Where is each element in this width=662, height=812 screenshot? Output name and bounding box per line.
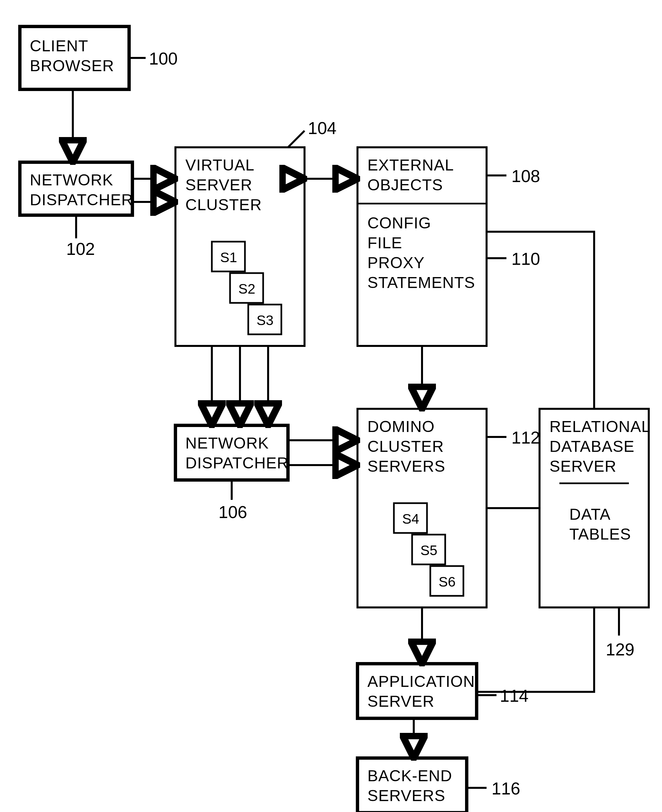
be-l1: BACK-END <box>367 767 452 785</box>
application-server-box: APPLICATION SERVER <box>357 664 477 718</box>
rdb-l3: SERVER <box>550 457 617 475</box>
cfg-l2: FILE <box>367 234 402 252</box>
dom-l2: CLUSTER <box>367 437 444 455</box>
relational-db-box: RELATIONAL DATABASE SERVER DATA TABLES <box>540 409 651 608</box>
nd1-l2: DISPATCHER <box>30 191 133 209</box>
ref-108: 108 <box>511 167 540 186</box>
app-l2: SERVER <box>367 693 435 710</box>
dom-s4: S4 <box>402 511 419 527</box>
line-rdb-to-app <box>477 608 594 692</box>
architecture-diagram: CLIENT BROWSER 100 NETWORK DISPATCHER 10… <box>0 0 662 812</box>
ref-110: 110 <box>511 249 540 269</box>
rdb-l2: DATABASE <box>550 437 635 455</box>
ref-104: 104 <box>308 119 337 138</box>
dom-s5: S5 <box>420 543 437 558</box>
svg-rect-23 <box>357 664 477 718</box>
ref-112: 112 <box>511 428 540 447</box>
nd2-l1: NETWORK <box>185 434 269 452</box>
ext-l2: OBJECTS <box>367 176 443 194</box>
ref-100: 100 <box>149 49 178 68</box>
client-browser-l2: BROWSER <box>30 57 114 74</box>
rdb-sub1: DATA <box>569 505 611 523</box>
domino-cluster-box: DOMINO CLUSTER SERVERS S4 S5 S6 <box>357 409 487 608</box>
ref-102: 102 <box>66 240 95 259</box>
backend-servers-box: BACK-END SERVERS <box>357 758 467 812</box>
ext-l1: EXTERNAL <box>367 156 454 174</box>
external-config-box: EXTERNAL OBJECTS CONFIG FILE PROXY STATE… <box>357 147 487 346</box>
client-browser-l1: CLIENT <box>30 37 88 55</box>
vsc-s1: S1 <box>220 249 237 265</box>
dom-s6: S6 <box>439 574 455 590</box>
svg-line-8 <box>288 131 305 147</box>
ref-114: 114 <box>500 686 529 706</box>
network-dispatcher-2-box: NETWORK DISPATCHER <box>175 425 289 480</box>
cfg-l4: STATEMENTS <box>367 274 475 291</box>
dom-l1: DOMINO <box>367 418 435 435</box>
nd1-l1: NETWORK <box>30 171 113 189</box>
ref-106: 106 <box>219 502 247 522</box>
cfg-l1: CONFIG <box>367 214 431 232</box>
client-browser-box: CLIENT BROWSER <box>20 26 129 89</box>
vsc-s2: S2 <box>238 281 255 297</box>
ref-129: 129 <box>606 640 635 659</box>
virtual-server-cluster-box: VIRTUAL SERVER CLUSTER S1 S2 S3 <box>175 147 305 346</box>
app-l1: APPLICATION <box>367 673 475 690</box>
vsc-s3: S3 <box>257 312 273 328</box>
ref-116: 116 <box>492 779 520 798</box>
rdb-sub2: TABLES <box>569 525 631 543</box>
network-dispatcher-1-box: NETWORK DISPATCHER <box>20 162 133 215</box>
svg-rect-13 <box>175 425 288 480</box>
rdb-l1: RELATIONAL <box>550 418 651 435</box>
vsc-l2: SERVER <box>185 176 252 194</box>
dom-l3: SERVERS <box>367 457 445 475</box>
be-l2: SERVERS <box>367 787 445 804</box>
vsc-l3: CLUSTER <box>185 196 262 214</box>
vsc-l1: VIRTUAL <box>185 156 254 174</box>
cfg-l3: PROXY <box>367 254 425 272</box>
nd2-l2: DISPATCHER <box>185 454 289 472</box>
